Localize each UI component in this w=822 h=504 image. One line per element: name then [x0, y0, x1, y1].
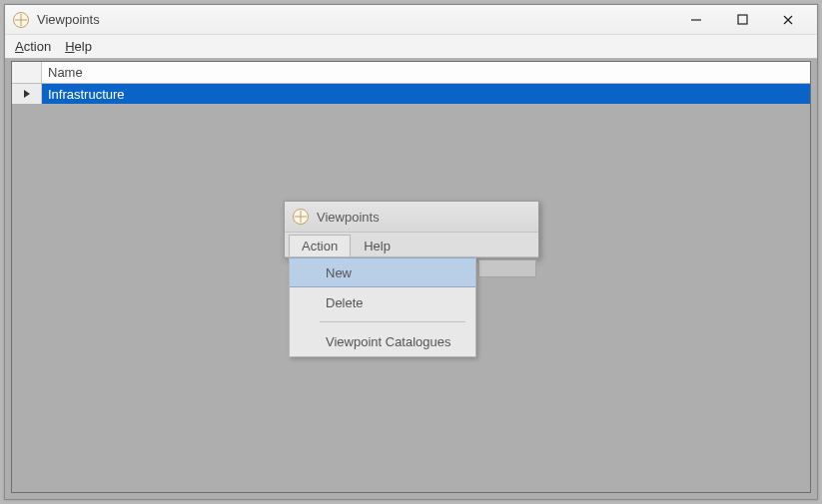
menu-action[interactable]: Action	[15, 39, 51, 54]
maximize-icon	[737, 14, 748, 25]
row-indicator[interactable]	[12, 84, 42, 104]
grid-header: Name	[12, 62, 810, 84]
titlebar: Viewpoints	[5, 5, 817, 35]
popup-window: Viewpoints Action Help New Delete Viewpo…	[284, 201, 539, 258]
menu-item-delete[interactable]: Delete	[290, 287, 475, 317]
menu-item-viewpoint-catalogues[interactable]: Viewpoint Catalogues	[290, 326, 475, 356]
window-title: Viewpoints	[37, 12, 100, 27]
svg-marker-4	[24, 90, 30, 98]
popup-title: Viewpoints	[317, 210, 380, 225]
maximize-button[interactable]	[719, 6, 765, 34]
action-dropdown: New Delete Viewpoint Catalogues	[289, 257, 476, 357]
grid-column-name[interactable]: Name	[42, 62, 810, 83]
close-button[interactable]	[765, 6, 811, 34]
close-icon	[782, 14, 794, 26]
cell-name[interactable]: Infrastructure	[42, 84, 810, 104]
menu-help[interactable]: Help	[65, 39, 92, 54]
row-current-icon	[23, 90, 31, 98]
app-icon	[13, 12, 29, 28]
minimize-button[interactable]	[673, 6, 719, 34]
popup-menu-action[interactable]: Action	[289, 235, 351, 256]
table-row[interactable]: Infrastructure	[12, 84, 810, 104]
popup-menu-help[interactable]: Help	[351, 235, 404, 256]
minimize-icon	[690, 14, 702, 26]
popup-client-area	[478, 259, 536, 277]
app-icon	[293, 209, 309, 225]
grid-header-gutter[interactable]	[12, 62, 42, 83]
popup-titlebar: Viewpoints	[285, 202, 538, 232]
grid-body: Infrastructure	[12, 84, 810, 104]
svg-rect-1	[738, 15, 747, 24]
menu-separator	[320, 321, 465, 322]
menubar: Action Help	[5, 35, 817, 59]
window-controls	[673, 6, 811, 34]
menu-item-new[interactable]: New	[290, 257, 475, 287]
popup-menubar: Action Help	[285, 232, 538, 257]
